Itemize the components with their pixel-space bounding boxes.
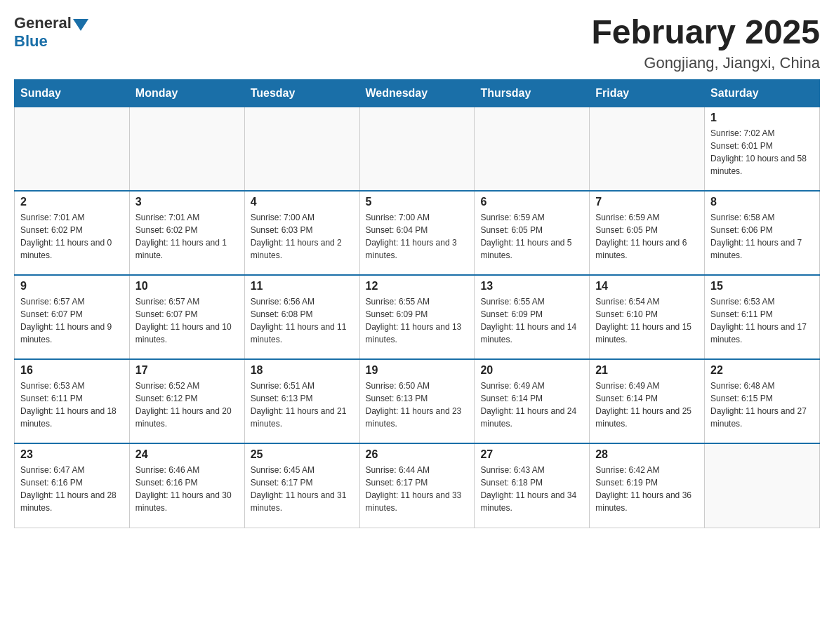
calendar-cell: 22Sunrise: 6:48 AM Sunset: 6:15 PM Dayli… (705, 359, 820, 443)
day-info: Sunrise: 6:58 AM Sunset: 6:06 PM Dayligh… (710, 211, 814, 262)
calendar-title: February 2025 (591, 14, 820, 51)
day-number: 3 (135, 196, 239, 208)
day-info: Sunrise: 7:01 AM Sunset: 6:02 PM Dayligh… (20, 211, 124, 262)
calendar-week-row: 23Sunrise: 6:47 AM Sunset: 6:16 PM Dayli… (15, 443, 820, 528)
day-number: 22 (710, 364, 814, 377)
calendar-table: SundayMondayTuesdayWednesdayThursdayFrid… (14, 79, 820, 528)
day-info: Sunrise: 6:53 AM Sunset: 6:11 PM Dayligh… (20, 380, 124, 430)
day-info: Sunrise: 6:50 AM Sunset: 6:13 PM Dayligh… (366, 380, 469, 430)
calendar-cell: 23Sunrise: 6:47 AM Sunset: 6:16 PM Dayli… (15, 443, 130, 528)
day-number: 14 (595, 280, 699, 293)
calendar-cell: 4Sunrise: 7:00 AM Sunset: 6:03 PM Daylig… (244, 191, 359, 275)
day-info: Sunrise: 6:44 AM Sunset: 6:17 PM Dayligh… (366, 464, 469, 514)
calendar-cell (705, 443, 820, 528)
day-number: 27 (480, 448, 583, 461)
day-info: Sunrise: 6:49 AM Sunset: 6:14 PM Dayligh… (480, 380, 583, 430)
day-number: 2 (20, 196, 124, 208)
day-number: 17 (135, 364, 239, 377)
day-info: Sunrise: 6:57 AM Sunset: 6:07 PM Dayligh… (20, 295, 124, 346)
calendar-cell: 14Sunrise: 6:54 AM Sunset: 6:10 PM Dayli… (590, 275, 705, 359)
calendar-cell: 15Sunrise: 6:53 AM Sunset: 6:11 PM Dayli… (705, 275, 820, 359)
calendar-week-row: 2Sunrise: 7:01 AM Sunset: 6:02 PM Daylig… (15, 191, 820, 275)
calendar-cell: 6Sunrise: 6:59 AM Sunset: 6:05 PM Daylig… (475, 191, 590, 275)
calendar-cell: 18Sunrise: 6:51 AM Sunset: 6:13 PM Dayli… (244, 359, 359, 443)
calendar-cell: 2Sunrise: 7:01 AM Sunset: 6:02 PM Daylig… (15, 191, 130, 275)
day-number: 15 (710, 280, 814, 293)
day-number: 23 (20, 448, 124, 461)
day-number: 6 (480, 196, 583, 208)
day-info: Sunrise: 6:49 AM Sunset: 6:14 PM Dayligh… (595, 380, 699, 430)
day-number: 8 (710, 196, 814, 208)
day-number: 20 (480, 364, 583, 377)
day-info: Sunrise: 6:54 AM Sunset: 6:10 PM Dayligh… (595, 295, 699, 346)
calendar-cell: 1Sunrise: 7:02 AM Sunset: 6:01 PM Daylig… (705, 107, 820, 191)
day-info: Sunrise: 6:59 AM Sunset: 6:05 PM Dayligh… (595, 211, 699, 262)
day-number: 9 (20, 280, 124, 293)
calendar-cell: 9Sunrise: 6:57 AM Sunset: 6:07 PM Daylig… (15, 275, 130, 359)
calendar-cell: 27Sunrise: 6:43 AM Sunset: 6:18 PM Dayli… (475, 443, 590, 528)
calendar-cell: 17Sunrise: 6:52 AM Sunset: 6:12 PM Dayli… (129, 359, 244, 443)
day-info: Sunrise: 6:48 AM Sunset: 6:15 PM Dayligh… (710, 380, 814, 430)
logo: General Blue (14, 14, 88, 51)
day-info: Sunrise: 7:00 AM Sunset: 6:03 PM Dayligh… (251, 211, 354, 262)
column-header-wednesday: Wednesday (359, 79, 475, 107)
calendar-cell: 11Sunrise: 6:56 AM Sunset: 6:08 PM Dayli… (244, 275, 359, 359)
column-header-tuesday: Tuesday (244, 79, 359, 107)
calendar-cell: 10Sunrise: 6:57 AM Sunset: 6:07 PM Dayli… (129, 275, 244, 359)
day-number: 5 (366, 196, 469, 208)
calendar-week-row: 16Sunrise: 6:53 AM Sunset: 6:11 PM Dayli… (15, 359, 820, 443)
column-header-thursday: Thursday (475, 79, 590, 107)
logo-general-text: General (14, 14, 72, 32)
day-number: 12 (366, 280, 469, 293)
day-number: 25 (251, 448, 354, 461)
day-info: Sunrise: 6:45 AM Sunset: 6:17 PM Dayligh… (251, 464, 354, 514)
calendar-subtitle: Gongjiang, Jiangxi, China (591, 54, 820, 72)
day-number: 7 (595, 196, 699, 208)
calendar-cell (475, 107, 590, 191)
column-header-monday: Monday (129, 79, 244, 107)
calendar-week-row: 9Sunrise: 6:57 AM Sunset: 6:07 PM Daylig… (15, 275, 820, 359)
calendar-cell: 20Sunrise: 6:49 AM Sunset: 6:14 PM Dayli… (475, 359, 590, 443)
day-number: 16 (20, 364, 124, 377)
calendar-cell (15, 107, 130, 191)
logo-blue-text: Blue (14, 32, 48, 50)
title-block: February 2025 Gongjiang, Jiangxi, China (591, 14, 820, 72)
day-number: 1 (710, 112, 814, 124)
column-header-friday: Friday (590, 79, 705, 107)
calendar-cell: 13Sunrise: 6:55 AM Sunset: 6:09 PM Dayli… (475, 275, 590, 359)
calendar-cell: 8Sunrise: 6:58 AM Sunset: 6:06 PM Daylig… (705, 191, 820, 275)
day-number: 4 (251, 196, 354, 208)
calendar-cell: 16Sunrise: 6:53 AM Sunset: 6:11 PM Dayli… (15, 359, 130, 443)
day-number: 11 (251, 280, 354, 293)
calendar-cell: 19Sunrise: 6:50 AM Sunset: 6:13 PM Dayli… (359, 359, 475, 443)
calendar-cell: 5Sunrise: 7:00 AM Sunset: 6:04 PM Daylig… (359, 191, 475, 275)
day-info: Sunrise: 6:56 AM Sunset: 6:08 PM Dayligh… (251, 295, 354, 346)
calendar-cell: 25Sunrise: 6:45 AM Sunset: 6:17 PM Dayli… (244, 443, 359, 528)
day-info: Sunrise: 6:46 AM Sunset: 6:16 PM Dayligh… (135, 464, 239, 514)
calendar-cell: 7Sunrise: 6:59 AM Sunset: 6:05 PM Daylig… (590, 191, 705, 275)
calendar-cell: 26Sunrise: 6:44 AM Sunset: 6:17 PM Dayli… (359, 443, 475, 528)
day-number: 28 (595, 448, 699, 461)
day-info: Sunrise: 6:47 AM Sunset: 6:16 PM Dayligh… (20, 464, 124, 514)
calendar-cell (129, 107, 244, 191)
day-info: Sunrise: 6:59 AM Sunset: 6:05 PM Dayligh… (480, 211, 583, 262)
day-info: Sunrise: 6:51 AM Sunset: 6:13 PM Dayligh… (251, 380, 354, 430)
calendar-cell: 3Sunrise: 7:01 AM Sunset: 6:02 PM Daylig… (129, 191, 244, 275)
day-number: 18 (251, 364, 354, 377)
calendar-cell: 24Sunrise: 6:46 AM Sunset: 6:16 PM Dayli… (129, 443, 244, 528)
day-info: Sunrise: 7:00 AM Sunset: 6:04 PM Dayligh… (366, 211, 469, 262)
page-header: General Blue February 2025 Gongjiang, Ji… (14, 14, 820, 72)
logo-triangle-icon (73, 19, 88, 31)
calendar-header-row: SundayMondayTuesdayWednesdayThursdayFrid… (15, 79, 820, 107)
day-info: Sunrise: 6:55 AM Sunset: 6:09 PM Dayligh… (480, 295, 583, 346)
day-info: Sunrise: 6:53 AM Sunset: 6:11 PM Dayligh… (710, 295, 814, 346)
calendar-cell (359, 107, 475, 191)
calendar-week-row: 1Sunrise: 7:02 AM Sunset: 6:01 PM Daylig… (15, 107, 820, 191)
column-header-sunday: Sunday (15, 79, 130, 107)
calendar-cell (244, 107, 359, 191)
day-number: 26 (366, 448, 469, 461)
day-info: Sunrise: 7:02 AM Sunset: 6:01 PM Dayligh… (710, 127, 814, 177)
day-number: 19 (366, 364, 469, 377)
calendar-cell: 12Sunrise: 6:55 AM Sunset: 6:09 PM Dayli… (359, 275, 475, 359)
day-info: Sunrise: 6:43 AM Sunset: 6:18 PM Dayligh… (480, 464, 583, 514)
